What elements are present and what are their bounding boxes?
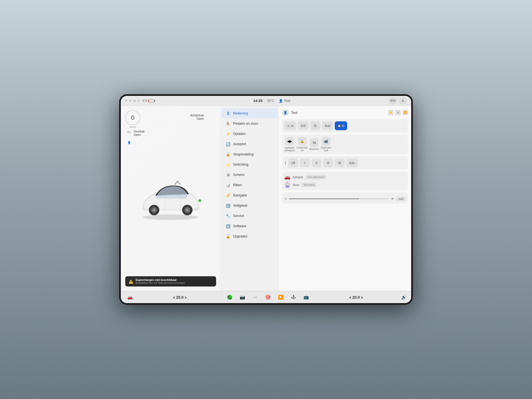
menu-label-ritten: Ritten [233, 183, 242, 187]
pedalen-icon: 🪑 [226, 121, 230, 126]
menu-panel: 🎛 Bediening 🪑 Pedalen en stuur ⚡ Opladen… [221, 106, 279, 291]
right-panel: 👤 Test ☀️ 🌡 📶 ☀ UI [279, 106, 411, 291]
temp-left-value: 20.0 [176, 295, 183, 300]
dots-btn[interactable]: ⋯ [250, 293, 260, 302]
wiper-auto-btn[interactable]: Auto [346, 158, 358, 167]
menu-label-veiligheid: Veiligheid [233, 204, 247, 208]
menu-item-bediening[interactable]: 🎛 Bediening [222, 108, 277, 118]
ui-btn[interactable]: ☀ UI [284, 121, 296, 130]
phone-btn[interactable]: 📞 [225, 293, 234, 302]
quick-icon-3[interactable]: 📶 [402, 110, 408, 115]
user-name-right: Test [291, 111, 298, 115]
battery-area: 8 % [142, 99, 154, 102]
user-display: 👤 Test [279, 99, 290, 103]
wiper-3-btn[interactable]: III [323, 158, 333, 167]
spiegels-inkloppen-label: Spiegelsinkloppen [284, 146, 295, 152]
wiper-1-btn[interactable]: I [300, 158, 310, 167]
menu-item-pedalen[interactable]: 🪑 Pedalen en stuur [222, 119, 277, 129]
veiligheid-icon: ℹ️ [226, 203, 230, 208]
svg-point-9 [198, 199, 201, 202]
brightness-track[interactable] [289, 198, 389, 199]
front-trunk-label: Voorbak Open [134, 130, 145, 136]
dashcam-label: Dashcamholl [321, 146, 331, 152]
navigatie-icon: 🧭 [226, 193, 230, 198]
car-icon-btn[interactable]: 🚗 [125, 293, 135, 302]
time-display: 14:25 [253, 99, 262, 103]
center-status: 14:25 20°C 👤 Test [154, 99, 389, 103]
temp-right-decrease[interactable]: ◀ [349, 295, 351, 299]
user-header: 👤 Test ☀️ 🌡 📶 [282, 109, 408, 116]
niet-select-btn[interactable]: Niet selecteren [305, 175, 326, 179]
warning-subtitle: Betaalwijze aan uw Tesla-account toevoeg… [135, 282, 185, 284]
camera-btn[interactable]: 📷 [238, 293, 247, 302]
sos-button[interactable]: SOS [389, 97, 397, 105]
voorbak-label: Voorbak [134, 130, 145, 133]
status-username: Test [284, 99, 290, 103]
kinderslot-label: Kinderslotuit [297, 146, 308, 152]
menu-item-opladen[interactable]: ⚡ Opladen [222, 129, 277, 139]
menu-item-veiligheid[interactable]: ℹ️ Veiligheid [222, 201, 277, 211]
dashcam-btn[interactable]: 📹 [322, 137, 331, 146]
menu-label-upgrades: Upgrades [233, 234, 247, 238]
user-avatar: 👤 [282, 109, 289, 116]
menu-item-scherm[interactable]: 🖥 Scherm [222, 170, 277, 180]
id-btn[interactable]: ID [310, 121, 320, 130]
kinderslot-btn[interactable]: 🔒 [298, 137, 307, 146]
brightness-section: ☀ ☀ Auto [282, 192, 408, 204]
brightness-auto-btn[interactable]: Auto [396, 197, 406, 201]
auto-btn[interactable]: Auto [322, 121, 333, 130]
brightness-high-icon: ☀ [390, 196, 394, 201]
menu-item-navigatie[interactable]: 🧭 Navigatie [222, 190, 277, 200]
status-bar: P R N D 8 % 14:25 20°C 👤 Test SOS ⊕ [121, 96, 411, 106]
software-icon: ⬇️ [226, 224, 230, 228]
lighting-section: ☀ UI 3XE ID Auto 🔲 ID [282, 119, 408, 132]
stuur-row: 🎡 Stuur Bevoeling [284, 182, 406, 188]
phone-icon: 📞 [227, 295, 232, 300]
temp-right-area: ◀ 20.0 ▶ [349, 295, 363, 300]
temp-right-increase[interactable]: ▶ [361, 295, 364, 299]
menu-label-bediening: Bediening [233, 111, 248, 115]
main-screen: P R N D 8 % 14:25 20°C 👤 Test SOS ⊕ [121, 96, 411, 303]
quick-icon-2[interactable]: 🌡 [395, 110, 401, 115]
menu-item-service[interactable]: 🔧 Service [222, 211, 277, 221]
autopilot-icon: 🔄 [226, 142, 230, 146]
menu-item-software[interactable]: ⬇️ Software [222, 221, 277, 231]
tesla-screen: P R N D 8 % 14:25 20°C 👤 Test SOS ⊕ [119, 94, 413, 305]
svg-point-0 [143, 214, 198, 220]
warning-title: Superchargen niet beschikbaar [135, 278, 185, 282]
menu-item-verlichting[interactable]: ✨ Verlichting [222, 160, 277, 170]
spiegels-inkloppen-btn[interactable]: ◀▶ [285, 137, 294, 146]
temp-left-increase[interactable]: ▶ [185, 295, 187, 299]
brightness-row: ☀ ☀ Auto [284, 196, 406, 201]
active-id-btn[interactable]: 🔲 ID [335, 121, 347, 130]
wiper-2-btn[interactable]: II [311, 158, 321, 167]
screen-btn[interactable]: 📺 [301, 293, 311, 302]
game-btn[interactable]: 🕹 [289, 293, 298, 302]
menu-label-software: Software [233, 224, 246, 228]
pinwheel-btn[interactable]: 🎯 [263, 293, 273, 302]
car-image-area: Voorbak Open [125, 110, 216, 287]
menu-item-upgrades[interactable]: 🔓 Upgrades [222, 231, 277, 241]
passenger-airbag-button[interactable]: ⊕ [399, 97, 407, 105]
menu-label-verlichting: Verlichting [233, 163, 248, 167]
menu-label-autopilot: Autopilot [233, 142, 246, 146]
volume-icon[interactable]: 🔊 [401, 295, 407, 300]
mirrors-label: Spiegels [293, 176, 303, 179]
menu-label-navigatie: Navigatie [233, 193, 247, 197]
quick-icon-1[interactable]: ☀️ [388, 110, 393, 115]
menu-item-vergrendeling[interactable]: 🔒 Vergrendeling [222, 149, 277, 159]
stuur-label: Stuur [293, 183, 299, 186]
menu-item-ritten[interactable]: 📊 Ritten [222, 180, 277, 190]
main-content: 0 KM/H ≡▷ 👤 Achterbak Open Vo [121, 106, 411, 291]
wiper-off-btn[interactable]: Off [288, 158, 298, 167]
bioxoom-btn[interactable]: 🌬 [310, 138, 319, 147]
bevoeling-btn[interactable]: Bevoeling [301, 183, 317, 187]
temp-left-decrease[interactable]: ◀ [172, 295, 175, 299]
wiper-4-btn[interactable]: IIII [335, 158, 345, 167]
media-btn[interactable]: ▶️ [276, 293, 285, 302]
battery-icon [148, 99, 154, 102]
bioxoom-label: Bioxoom [310, 148, 319, 150]
supercharger-warning[interactable]: ⚠️ Superchargen niet beschikbaar Betaalw… [125, 276, 216, 287]
menu-item-autopilot[interactable]: 🔄 Autopilot [222, 139, 277, 149]
3xe-btn[interactable]: 3XE [298, 121, 309, 130]
